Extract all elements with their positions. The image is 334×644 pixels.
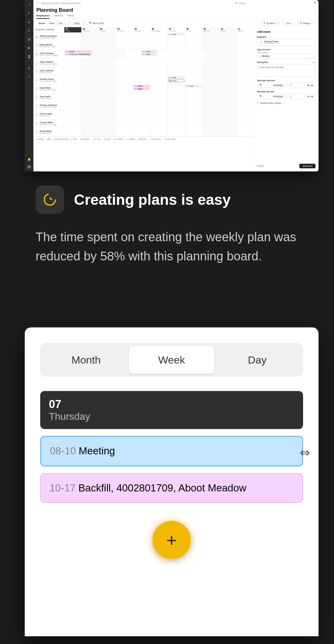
calendar-cell[interactable]: [133, 128, 151, 136]
calendar-cell[interactable]: [220, 67, 237, 76]
cancel-button[interactable]: Cancel: [257, 165, 264, 167]
calendar-cell[interactable]: [151, 111, 168, 119]
seg-month[interactable]: Month: [37, 22, 47, 25]
calendar-cell[interactable]: [99, 59, 116, 67]
calendar-cell[interactable]: [237, 85, 254, 93]
calendar-cell[interactable]: [168, 41, 185, 50]
calendar-cell[interactable]: [220, 102, 237, 110]
calendar-cell[interactable]: [82, 111, 99, 119]
employee-cell[interactable]: ⚬Noah WildeField EngineerGas: [33, 85, 64, 93]
seg-week[interactable]: Week: [129, 346, 215, 374]
day-column[interactable]: 05Tuesday: [133, 27, 151, 32]
day-column[interactable]: 04Monday: [116, 27, 133, 32]
event-chip[interactable]: 19:25 Photo Task, 03049238109328…: [65, 53, 92, 56]
calendar-cell[interactable]: [206, 50, 222, 58]
calendar-cell[interactable]: [133, 59, 151, 67]
tab-plants[interactable]: Plants: [67, 14, 74, 19]
calendar-cell[interactable]: [237, 93, 254, 102]
calendar-cell[interactable]: [133, 111, 151, 119]
calendar-cell[interactable]: [133, 76, 151, 84]
start-time-input[interactable]: 🕗08 : 00: [287, 82, 316, 88]
calendar-cell[interactable]: [64, 85, 82, 93]
sort-button[interactable]: ↕Sort⌄: [282, 21, 295, 25]
calendar-cell[interactable]: [82, 67, 99, 76]
add-fab[interactable]: +: [152, 521, 191, 559]
calendar-cell[interactable]: [185, 59, 202, 67]
calendar-cell[interactable]: [99, 76, 116, 84]
tab-vehicles[interactable]: Vehicles: [54, 14, 63, 19]
day-column[interactable]: 03Sunday: [99, 27, 116, 32]
calendar-cell[interactable]: [237, 111, 254, 119]
calendar-cell[interactable]: [125, 50, 141, 58]
calendar-cell[interactable]: [151, 93, 168, 102]
calendar-cell[interactable]: [202, 111, 220, 119]
event-chip[interactable]: 08-17 Sick: [168, 76, 184, 79]
month-picker[interactable]: 📅March 2022: [89, 22, 104, 24]
nav-icon[interactable]: ✕: [27, 11, 31, 15]
calendar-cell[interactable]: [116, 128, 133, 136]
calendar-cell[interactable]: [151, 67, 168, 76]
day-column[interactable]: 07Thursday: [168, 27, 185, 32]
employee-cell[interactable]: ⚬Yvonne WattsField TechnicianGas: [33, 119, 64, 128]
calendar-cell[interactable]: [109, 50, 125, 58]
calendar-cell[interactable]: [202, 76, 220, 84]
calendar-cell[interactable]: [237, 76, 254, 84]
calendar-cell[interactable]: [202, 119, 220, 128]
calendar-cell[interactable]: [82, 85, 99, 93]
day-event[interactable]: 08-10 Meeting⇔: [40, 436, 303, 466]
day-column[interactable]: 09Saturday: [202, 27, 220, 32]
calendar-cell[interactable]: 08-17 SickNew event ↕: [168, 76, 185, 84]
calendar-cell[interactable]: [116, 85, 133, 93]
calendar-cell[interactable]: [237, 128, 254, 136]
calendar-cell[interactable]: [64, 59, 82, 67]
calendar-cell[interactable]: [151, 119, 168, 128]
day-column[interactable]: 11Monday: [237, 27, 254, 32]
calendar-cell[interactable]: [82, 128, 99, 136]
calendar-cell[interactable]: [151, 128, 168, 136]
view-segment[interactable]: MonthWeekDay: [40, 343, 303, 377]
event-chip[interactable]: 19:29 Backf…: [134, 88, 150, 90]
calendar-cell[interactable]: [202, 93, 220, 102]
end-date-input[interactable]: 📅07/03/2022: [257, 94, 285, 99]
employee-cell[interactable]: JCJohn ColemanField TechnicianElectric: [33, 50, 64, 58]
calendar-cell[interactable]: [116, 41, 133, 50]
calendar-cell[interactable]: [99, 102, 116, 110]
calendar-cell[interactable]: [64, 76, 82, 84]
calendar-cell[interactable]: [168, 102, 185, 110]
calendar-cell[interactable]: [190, 50, 206, 58]
calendar-cell[interactable]: [168, 59, 185, 67]
close-icon[interactable]: ✕: [314, 1, 316, 4]
calendar-cell[interactable]: [220, 33, 237, 41]
nav-icon[interactable]: ?: [27, 75, 31, 79]
calendar-cell[interactable]: [185, 128, 202, 136]
start-date-input[interactable]: 📅07/03/2022: [257, 82, 285, 88]
calendar-cell[interactable]: [151, 33, 168, 41]
event-chip[interactable]: 08-17 Sick: [168, 33, 184, 36]
calendar-cell[interactable]: [116, 33, 133, 41]
employee-cell[interactable]: ⚬Toby HowarthField EngineerElectric: [33, 59, 64, 67]
calendar-cell[interactable]: [237, 59, 254, 67]
next-button[interactable]: ›: [82, 22, 86, 25]
calendar-cell[interactable]: [220, 76, 237, 84]
calendar-cell[interactable]: [64, 93, 82, 102]
calendar-cell[interactable]: 07:00 Photo …09:12 Photo …: [141, 50, 157, 58]
today-button[interactable]: Today: [72, 22, 81, 25]
repeat-select[interactable]: ↻Repeats every 5 weeks⌄: [257, 102, 315, 104]
calendar-cell[interactable]: [185, 67, 202, 76]
calendar-cell[interactable]: [173, 50, 190, 58]
calendar-cell[interactable]: [82, 102, 99, 110]
calendar-cell[interactable]: [237, 33, 254, 41]
employee-cell[interactable]: ⚬John GarthField Technician: [33, 93, 64, 102]
calendar-cell[interactable]: 17:16 Backf…19:29 Backf…: [133, 85, 151, 93]
calendar-cell[interactable]: [220, 128, 237, 136]
calendar-cell[interactable]: [64, 33, 82, 41]
calendar-cell[interactable]: [151, 102, 168, 110]
calendar-cell[interactable]: [116, 67, 133, 76]
nav-icon[interactable]: ☰: [27, 28, 31, 33]
calendar-cell[interactable]: [202, 128, 220, 136]
calendar-cell[interactable]: [202, 59, 220, 67]
calendar-cell[interactable]: [133, 102, 151, 110]
calendar-cell[interactable]: [64, 102, 82, 110]
calendar-cell[interactable]: [185, 33, 202, 41]
calendar-cell[interactable]: [168, 128, 185, 136]
